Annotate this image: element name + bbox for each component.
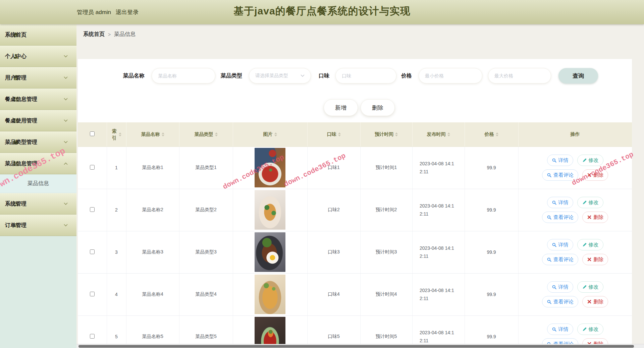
magnifier-icon bbox=[552, 242, 557, 247]
col-actions: 操作 bbox=[518, 122, 632, 147]
detail-button[interactable]: 详情 bbox=[547, 239, 573, 250]
dish-est-time: 预计时间3 bbox=[360, 231, 412, 273]
sidebar-item-label: 个人中心 bbox=[5, 49, 26, 64]
col-actions-label: 操作 bbox=[571, 131, 580, 137]
col-flavor[interactable]: 口味 bbox=[307, 122, 360, 147]
max-price-input[interactable] bbox=[488, 68, 551, 83]
flavor-input[interactable] bbox=[335, 68, 396, 83]
col-price[interactable]: 价格 bbox=[465, 122, 518, 147]
breadcrumb-home[interactable]: 系统首页 bbox=[83, 31, 105, 38]
horizontal-scrollbar[interactable] bbox=[76, 344, 644, 348]
dish-name-label: 菜品名称 bbox=[123, 68, 145, 83]
delete-row-button[interactable]: ✕删除 bbox=[582, 212, 608, 223]
row-index: 4 bbox=[107, 273, 126, 315]
sidebar-item-profile[interactable]: 个人中心 bbox=[0, 46, 76, 67]
delete-button[interactable]: 删除 bbox=[361, 99, 395, 116]
sidebar-item-label: 餐桌使用管理 bbox=[5, 113, 37, 128]
sidebar-item-home[interactable]: 系统首页 bbox=[0, 24, 76, 46]
edit-button[interactable]: 修改 bbox=[577, 239, 603, 250]
col-type[interactable]: 菜品类型 bbox=[179, 122, 233, 147]
sort-icon[interactable] bbox=[496, 132, 498, 136]
edit-button[interactable]: 修改 bbox=[577, 155, 603, 166]
scrollbar-thumb[interactable] bbox=[78, 345, 634, 348]
sort-icon[interactable] bbox=[119, 132, 121, 136]
chevron-down-icon bbox=[64, 224, 68, 227]
row-index: 2 bbox=[107, 189, 126, 231]
dish-image bbox=[255, 275, 285, 314]
sort-icon[interactable] bbox=[447, 132, 450, 136]
breadcrumb-current: 菜品信息 bbox=[114, 31, 136, 38]
view-comments-button[interactable]: 查看评论 bbox=[542, 254, 578, 265]
dish-type-label: 菜品类型 bbox=[221, 68, 242, 83]
col-pub-time[interactable]: 发布时间 bbox=[412, 122, 465, 147]
col-image[interactable]: 图片 bbox=[233, 122, 307, 147]
col-index-label: 索引 bbox=[112, 128, 117, 141]
row-select-cell bbox=[78, 147, 107, 189]
dish-name: 菜品名称2 bbox=[126, 189, 179, 231]
row-index: 3 bbox=[107, 231, 126, 273]
table-row: 1 菜品名称1 菜品类型1 口味1 预计时间1 2023-04-08 14:12… bbox=[78, 147, 632, 189]
detail-button[interactable]: 详情 bbox=[547, 155, 573, 166]
sidebar-item-table-info[interactable]: 餐桌信息管理 bbox=[0, 89, 76, 110]
detail-button[interactable]: 详情 bbox=[547, 197, 573, 208]
x-icon: ✕ bbox=[587, 172, 592, 178]
col-index[interactable]: 索引 bbox=[107, 122, 126, 147]
row-checkbox[interactable] bbox=[90, 249, 95, 254]
sidebar-item-label: 系统管理 bbox=[5, 196, 26, 212]
query-button[interactable]: 查询 bbox=[558, 68, 598, 83]
magnifier-icon bbox=[547, 215, 552, 220]
delete-row-button[interactable]: ✕删除 bbox=[582, 254, 608, 265]
logout-link[interactable]: 退出登录 bbox=[116, 8, 139, 16]
delete-row-button[interactable]: ✕删除 bbox=[582, 338, 608, 344]
sidebar-item-table-usage[interactable]: 餐桌使用管理 bbox=[0, 110, 76, 131]
delete-row-button[interactable]: ✕删除 bbox=[582, 169, 608, 181]
col-est-time[interactable]: 预计时间 bbox=[360, 122, 412, 147]
sidebar-item-label: 餐桌信息管理 bbox=[5, 92, 37, 107]
col-price-label: 价格 bbox=[485, 131, 494, 137]
view-comments-button[interactable]: 查看评论 bbox=[542, 169, 578, 181]
row-checkbox[interactable] bbox=[90, 292, 95, 296]
row-checkbox[interactable] bbox=[90, 207, 95, 212]
min-price-input[interactable] bbox=[419, 68, 482, 83]
select-all-checkbox[interactable] bbox=[90, 131, 95, 136]
dish-pub-time: 2023-04-08 14:12:11 bbox=[412, 315, 465, 344]
col-name[interactable]: 菜品名称 bbox=[126, 122, 179, 147]
dish-pub-time: 2023-04-08 14:12:11 bbox=[412, 231, 465, 273]
sidebar-item-orders[interactable]: 订单管理 bbox=[0, 215, 76, 236]
sidebar-item-dish-info[interactable]: 菜品信息管理 bbox=[0, 153, 76, 174]
pencil-icon bbox=[582, 285, 587, 290]
add-button[interactable]: 新增 bbox=[324, 99, 358, 116]
dish-price: 99.9 bbox=[465, 315, 518, 344]
edit-button[interactable]: 修改 bbox=[577, 197, 603, 208]
row-actions: 详情 修改 查看评论 ✕删除 bbox=[518, 273, 632, 315]
delete-row-button[interactable]: ✕删除 bbox=[582, 296, 608, 307]
view-comments-button[interactable]: 查看评论 bbox=[542, 212, 578, 223]
sidebar-item-dish-type[interactable]: 菜品类型管理 bbox=[0, 131, 76, 153]
dish-flavor: 口味4 bbox=[307, 273, 360, 315]
sort-icon[interactable] bbox=[162, 132, 164, 136]
edit-button[interactable]: 修改 bbox=[577, 281, 603, 293]
edit-button[interactable]: 修改 bbox=[577, 324, 603, 335]
detail-button[interactable]: 详情 bbox=[547, 324, 573, 335]
dish-name-input[interactable] bbox=[152, 68, 215, 83]
view-comments-button[interactable]: 查看评论 bbox=[542, 296, 578, 307]
sidebar-subitem-dish-info-active[interactable]: 菜品信息 bbox=[0, 174, 76, 193]
sidebar-item-system[interactable]: 系统管理 bbox=[0, 193, 76, 215]
dish-est-time: 预计时间4 bbox=[360, 273, 412, 315]
pencil-icon bbox=[582, 242, 587, 247]
sort-icon[interactable] bbox=[338, 132, 341, 136]
dish-pub-time: 2023-04-08 14:12:11 bbox=[412, 147, 465, 189]
row-checkbox[interactable] bbox=[90, 334, 95, 339]
sort-icon[interactable] bbox=[395, 132, 398, 136]
dish-image-cell bbox=[233, 147, 307, 189]
sort-icon[interactable] bbox=[274, 132, 277, 136]
dish-image bbox=[255, 148, 285, 187]
view-comments-button[interactable]: 查看评论 bbox=[542, 338, 578, 344]
dish-type: 菜品类型2 bbox=[179, 189, 233, 231]
detail-button[interactable]: 详情 bbox=[547, 281, 573, 293]
row-checkbox[interactable] bbox=[90, 165, 95, 170]
sidebar-item-users[interactable]: 用户管理 bbox=[0, 67, 76, 89]
dish-type-select[interactable]: 请选择菜品类型 bbox=[249, 68, 311, 83]
sort-icon[interactable] bbox=[215, 132, 218, 136]
col-est-time-label: 预计时间 bbox=[375, 131, 393, 137]
